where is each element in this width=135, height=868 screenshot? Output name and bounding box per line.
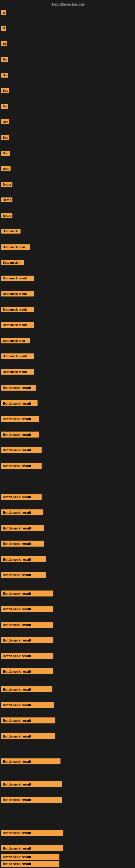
list-item: Bot <box>1 88 9 93</box>
list-item: Bottleneck result <box>1 845 63 851</box>
bottleneck-label: Bot <box>1 119 9 124</box>
bottleneck-label: Bott <box>1 151 10 156</box>
bottleneck-label: Bottleneck result <box>1 291 34 297</box>
bottleneck-label: Bottleneck result <box>1 781 62 787</box>
list-item: Bottle <box>1 197 12 203</box>
bottleneck-label: Bottleneck result <box>1 556 46 562</box>
bottleneck-label: Bo <box>1 104 8 109</box>
list-item: Bottleneck result <box>1 400 38 406</box>
list-item: Bottleneck result <box>1 590 53 596</box>
list-item: Bo <box>1 73 8 78</box>
list-item: Bottleneck resu <box>1 244 30 250</box>
bottleneck-label: Bot <box>1 135 9 140</box>
list-item: Bott <box>1 151 10 156</box>
list-item: Bot <box>1 135 9 140</box>
bottleneck-label: Bottleneck result <box>1 525 44 531</box>
bottleneck-label: Bottle <box>1 197 12 203</box>
list-item: Bottleneck result <box>1 463 42 469</box>
list-item: Bottleneck result <box>1 494 42 500</box>
bottleneck-label: Bott <box>1 166 10 171</box>
bottleneck-label: Bottleneck result <box>1 653 53 659</box>
list-item: Bo <box>1 104 8 109</box>
list-item: Bo <box>1 41 7 46</box>
bottleneck-label: Bottleneck result <box>1 322 34 328</box>
bottleneck-label: Bottleneck result <box>1 702 54 708</box>
list-item: Bottleneck result <box>1 525 44 531</box>
list-item: Bottleneck result <box>1 509 43 516</box>
list-item: Bottleneck <box>1 229 20 234</box>
bottleneck-label: Bottleneck result <box>1 509 43 516</box>
list-item: Bottleneck result <box>1 669 53 674</box>
bottleneck-label: Bottleneck r <box>1 260 24 265</box>
list-item: Bottleneck result <box>1 307 34 312</box>
list-item: Bottleneck result <box>1 369 34 375</box>
bottleneck-label: Bottleneck result <box>1 622 53 628</box>
list-item: Bottleneck r <box>1 260 24 265</box>
bottleneck-label: Bo <box>1 73 8 78</box>
list-item: Bottleneck result <box>1 637 53 643</box>
list-item: Bottleneck result <box>1 606 53 612</box>
list-item: Bot <box>1 119 9 124</box>
list-item: B <box>1 10 6 15</box>
bottleneck-label: Bottleneck result <box>1 276 34 281</box>
bottleneck-label: Bottleneck result <box>1 447 42 453</box>
bottleneck-label: Bottleneck result <box>1 861 59 867</box>
bottleneck-label: Bottleneck result <box>1 606 53 612</box>
list-item: Bottleneck result <box>1 322 34 328</box>
bottleneck-label: Bottleneck result <box>1 797 62 803</box>
bottleneck-label: Bottleneck result <box>1 416 39 422</box>
bottleneck-label: Bottleneck result <box>1 637 53 643</box>
list-item: Bottleneck result <box>1 432 39 437</box>
bottleneck-label: Bottleneck result <box>1 307 34 312</box>
bottleneck-label: Bottleneck result <box>1 669 53 674</box>
list-item: Bottleneck result <box>1 276 34 281</box>
bottleneck-label: Bottleneck result <box>1 400 38 406</box>
bottleneck-label: Bottleneck result <box>1 758 60 764</box>
bottleneck-label: Bottleneck result <box>1 353 34 359</box>
list-item: B <box>1 26 6 31</box>
site-title: TheBottlenecker.com <box>0 0 135 9</box>
list-item: Bottleneck result <box>1 861 59 867</box>
list-item: Bottleneck result <box>1 758 60 764</box>
list-item: Bottleneck result <box>1 797 62 803</box>
list-item: Bott <box>1 166 10 171</box>
bottleneck-label: Bo <box>1 57 8 62</box>
list-item: Bottleneck result <box>1 384 36 391</box>
bottleneck-label: Bo <box>1 41 7 46</box>
bottleneck-label: Bottleneck result <box>1 733 55 739</box>
bottleneck-label: Bottleneck resu <box>1 338 30 343</box>
list-item: Bottleneck result <box>1 556 46 562</box>
list-item: Bottleneck resu <box>1 338 30 343</box>
list-item: Bottleneck result <box>1 854 59 860</box>
list-item: Bottleneck result <box>1 717 55 723</box>
bottleneck-label: Bottleneck resu <box>1 244 30 250</box>
list-item: Bottleneck result <box>1 830 63 836</box>
bottleneck-label: Bottleneck result <box>1 384 36 391</box>
bottleneck-label: Bottleneck result <box>1 494 42 500</box>
list-item: Bottleneck result <box>1 447 42 453</box>
list-item: Bottle <box>1 182 12 187</box>
list-item: Bottleneck result <box>1 540 44 547</box>
bottleneck-label: Bottleneck result <box>1 463 42 469</box>
bottleneck-label: Bottleneck <box>1 229 20 234</box>
list-item: Bottleneck result <box>1 653 53 659</box>
list-item: Bo <box>1 57 8 62</box>
bottleneck-label: Bottleneck result <box>1 845 63 851</box>
bottleneck-label: Bottle <box>1 182 12 187</box>
list-item: Bottleneck result <box>1 572 46 578</box>
bottleneck-label: Bottleneck result <box>1 830 63 836</box>
bottleneck-label: Bottleneck result <box>1 590 53 596</box>
bottleneck-label: Bot <box>1 88 9 93</box>
list-item: Bottle <box>1 213 12 218</box>
bottleneck-label: Bottleneck result <box>1 717 55 723</box>
bottleneck-label: Bottleneck result <box>1 540 44 547</box>
bottleneck-label: Bottleneck result <box>1 572 46 578</box>
bottleneck-label: Bottleneck result <box>1 854 59 860</box>
list-item: Bottleneck result <box>1 702 54 708</box>
list-item: Bottleneck result <box>1 416 39 422</box>
list-item: Bottleneck result <box>1 291 34 297</box>
bottleneck-label: Bottleneck result <box>1 432 39 437</box>
list-item: Bottleneck result <box>1 733 55 739</box>
bottleneck-label: Bottle <box>1 213 12 218</box>
list-item: Bottleneck result <box>1 353 34 359</box>
